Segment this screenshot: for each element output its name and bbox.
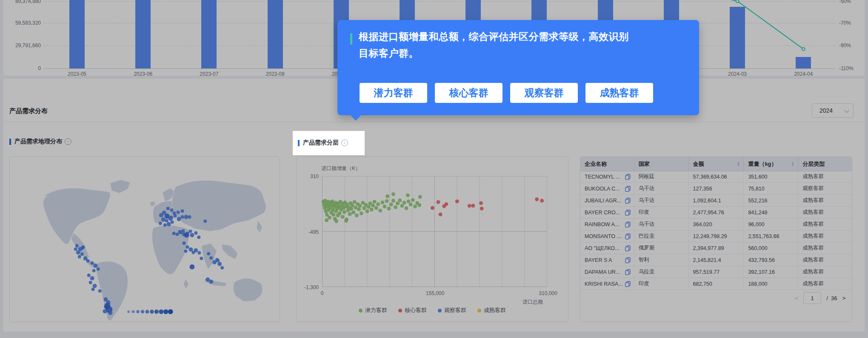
tier-button-成熟客群[interactable]: 成熟客群: [585, 83, 653, 103]
tooltip-buttons: 潜力客群核心客群观察客群成熟客群: [360, 83, 653, 103]
dashboard-page: 89,374,98059,583,32029,791,6600-50%-70%-…: [0, 0, 868, 338]
info-icon[interactable]: i: [341, 139, 348, 146]
tour-spotlight: 产品需求分层 i: [293, 131, 365, 155]
tier-panel-title: 产品需求分层 i: [298, 139, 348, 147]
tier-button-核心客群[interactable]: 核心客群: [435, 83, 503, 103]
tier-button-潜力客群[interactable]: 潜力客群: [360, 83, 427, 103]
tier-button-观察客群[interactable]: 观察客群: [510, 83, 578, 103]
tooltip-text-line1: 根据进口额增量和总额，综合评估并区分需求等级，高效识别: [359, 30, 629, 43]
title-accent-bar: [298, 140, 300, 146]
tooltip-accent-bar: [350, 33, 352, 45]
tooltip-arrow: [350, 115, 361, 121]
tooltip-text-line2: 目标客户群。: [359, 47, 419, 60]
tour-tooltip: 根据进口额增量和总额，综合评估并区分需求等级，高效识别 目标客户群。 潜力客群核…: [337, 20, 699, 115]
